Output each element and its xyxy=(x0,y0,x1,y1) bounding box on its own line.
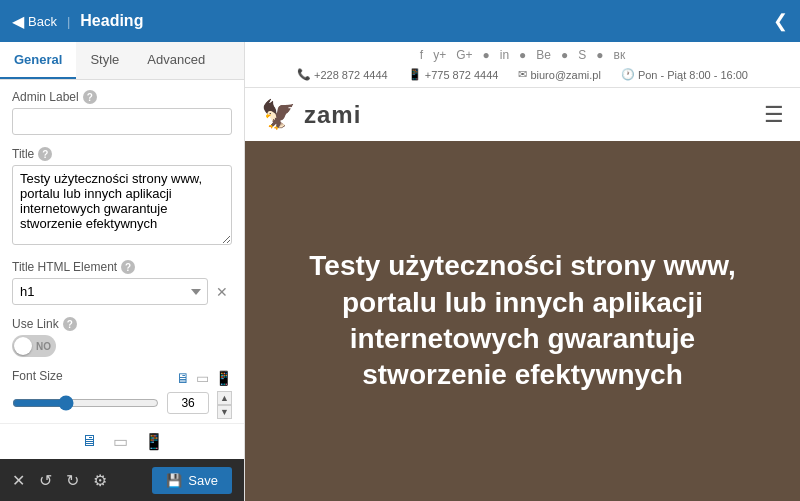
size-arrows: ▲ ▼ xyxy=(217,391,232,415)
bottom-toolbar: ✕ ↺ ↻ ⚙ 💾 Save xyxy=(0,459,244,501)
preview-contact: 📞 +228 872 4444 📱 +775 872 4444 ✉ biuro@… xyxy=(261,66,784,83)
use-link-toggle[interactable]: NO xyxy=(12,335,56,357)
close-button[interactable]: ✕ xyxy=(12,471,25,490)
preview-area: f y+ G+ ● in ● Be ● S ● вк 📞 +228 872 44… xyxy=(245,42,800,501)
tab-general[interactable]: General xyxy=(0,42,76,79)
use-link-label: Use Link ? xyxy=(12,317,232,331)
preview-nav: 🦅 zami ☰ xyxy=(245,88,800,141)
redo-icon: ↻ xyxy=(66,471,79,490)
device-tabs: 🖥 ▭ 📱 xyxy=(0,423,244,459)
tablet-icon[interactable]: ▭ xyxy=(196,370,209,386)
settings-icon: ⚙ xyxy=(93,471,107,490)
preview-logo: 🦅 zami xyxy=(261,98,361,131)
form-area: Admin Label ? Title ? Testy użyteczności… xyxy=(0,80,244,423)
save-button[interactable]: 💾 Save xyxy=(152,467,232,494)
hamburger-icon[interactable]: ☰ xyxy=(764,102,784,128)
social-behance: Be xyxy=(536,48,551,62)
preview-hero: Testy użyteczności strony www, portalu l… xyxy=(245,141,800,501)
social-skype: S xyxy=(578,48,586,62)
tab-style[interactable]: Style xyxy=(76,42,133,79)
tab-advanced[interactable]: Advanced xyxy=(133,42,219,79)
social-dot2: ● xyxy=(561,48,568,62)
collapse-icon: ❮ xyxy=(773,11,788,31)
title-group: Title ? Testy użyteczności strony www, p… xyxy=(12,147,232,248)
logo-icon: 🦅 xyxy=(261,98,296,131)
toggle-knob xyxy=(14,337,32,355)
undo-icon: ↺ xyxy=(39,471,52,490)
hours: 🕐 Pon - Piąt 8:00 - 16:00 xyxy=(621,68,748,81)
social-linkedin: in xyxy=(500,48,509,62)
social-twitter: y+ xyxy=(433,48,446,62)
clear-select-button[interactable]: ✕ xyxy=(212,284,232,300)
hero-heading: Testy użyteczności strony www, portalu l… xyxy=(245,228,800,414)
font-size-group: Font Size 🖥 ▭ 📱 36 ▲ ▼ xyxy=(12,369,232,415)
divider: | xyxy=(67,14,70,29)
font-size-slider[interactable] xyxy=(12,395,159,411)
desktop-icon[interactable]: 🖥 xyxy=(176,370,190,386)
social-googleplus: G+ xyxy=(456,48,472,62)
size-down-button[interactable]: ▼ xyxy=(217,405,232,419)
main-area: General Style Advanced Admin Label ? xyxy=(0,42,800,501)
desktop-tab[interactable]: 🖥 xyxy=(81,432,97,451)
font-size-header: Font Size 🖥 ▭ 📱 xyxy=(12,369,232,387)
redo-button[interactable]: ↻ xyxy=(66,471,79,490)
social-facebook: f xyxy=(420,48,423,62)
use-link-help-icon[interactable]: ? xyxy=(63,317,77,331)
font-size-input[interactable]: 36 xyxy=(167,392,209,414)
html-element-group: Title HTML Element ? h1 h2 h3 h4 h5 h6 p… xyxy=(12,260,232,305)
mobile-tab[interactable]: 📱 xyxy=(144,432,164,451)
back-button[interactable]: ◀ Back xyxy=(12,12,57,31)
phone1: 📞 +228 872 4444 xyxy=(297,68,388,81)
admin-label-input[interactable] xyxy=(12,108,232,135)
social-dot: ● xyxy=(519,48,526,62)
save-label: Save xyxy=(188,473,218,488)
html-element-select[interactable]: h1 h2 h3 h4 h5 h6 p div xyxy=(12,278,208,305)
use-link-group: Use Link ? NO xyxy=(12,317,232,357)
left-panel: General Style Advanced Admin Label ? xyxy=(0,42,245,501)
title-help-icon[interactable]: ? xyxy=(38,147,52,161)
select-row: h1 h2 h3 h4 h5 h6 p div ✕ xyxy=(12,278,232,305)
preview-social: f y+ G+ ● in ● Be ● S ● вк xyxy=(261,46,784,64)
slider-row: 36 ▲ ▼ xyxy=(12,391,232,415)
tablet-tab[interactable]: ▭ xyxy=(113,432,128,451)
undo-button[interactable]: ↺ xyxy=(39,471,52,490)
admin-label-group: Admin Label ? xyxy=(12,90,232,135)
top-bar: ◀ Back | Heading ❮ xyxy=(0,0,800,42)
mobile-icon[interactable]: 📱 xyxy=(215,370,232,386)
collapse-button[interactable]: ❮ xyxy=(773,10,788,32)
font-size-label: Font Size xyxy=(12,369,63,383)
logo-text: zami xyxy=(304,101,361,129)
phone2: 📱 +775 872 4444 xyxy=(408,68,499,81)
social-vk: вк xyxy=(614,48,626,62)
html-element-label: Title HTML Element ? xyxy=(12,260,232,274)
toggle-no-label: NO xyxy=(36,341,51,352)
tabs: General Style Advanced xyxy=(0,42,244,80)
page-title: Heading xyxy=(80,12,143,30)
social-dot3: ● xyxy=(596,48,603,62)
back-label: Back xyxy=(28,14,57,29)
title-label: Title ? xyxy=(12,147,232,161)
settings-button[interactable]: ⚙ xyxy=(93,471,107,490)
size-up-button[interactable]: ▲ xyxy=(217,391,232,405)
preview-topbar: f y+ G+ ● in ● Be ● S ● вк 📞 +228 872 44… xyxy=(245,42,800,88)
admin-label-label: Admin Label ? xyxy=(12,90,232,104)
email: ✉ biuro@zami.pl xyxy=(518,68,600,81)
social-pinterest: ● xyxy=(483,48,490,62)
close-icon: ✕ xyxy=(12,471,25,490)
back-arrow-icon: ◀ xyxy=(12,12,24,31)
device-icons: 🖥 ▭ 📱 xyxy=(176,370,232,386)
admin-label-help-icon[interactable]: ? xyxy=(83,90,97,104)
title-textarea[interactable]: Testy użyteczności strony www, portalu l… xyxy=(12,165,232,245)
toggle-row: NO xyxy=(12,335,232,357)
save-icon: 💾 xyxy=(166,473,182,488)
html-element-help-icon[interactable]: ? xyxy=(121,260,135,274)
